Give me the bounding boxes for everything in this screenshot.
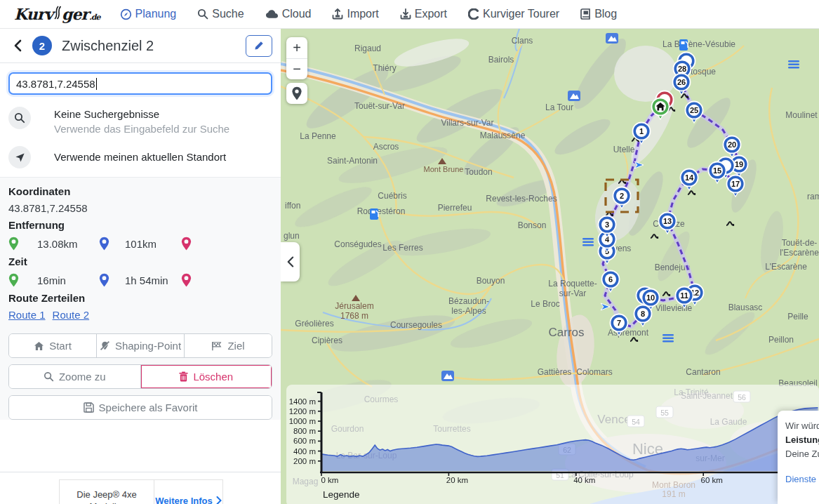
logo-text: Kurv	[14, 5, 53, 23]
waypoint-type-group: Start Shaping-Point Ziel	[8, 333, 272, 358]
location-arrow-icon-wrap	[8, 146, 31, 168]
nav-item-import[interactable]: Import	[332, 8, 378, 20]
chart-legend-label[interactable]: Legende	[323, 489, 360, 500]
logo-text2: ger	[62, 5, 88, 23]
map-label: Ascros	[373, 142, 399, 152]
map-label: Bairols	[488, 55, 514, 65]
set-shaping-point-button[interactable]: Shaping-Point	[97, 334, 185, 357]
svg-text:2: 2	[620, 192, 624, 200]
map-label: sur-Var	[559, 289, 586, 298]
trash-icon	[179, 371, 188, 382]
waypoint-action-group: Zoome zu Löschen	[8, 364, 272, 389]
add-waypoint-control[interactable]	[286, 83, 307, 104]
map-label: La Tour	[545, 102, 573, 112]
use-current-location[interactable]: Verwende meinen aktuellen Standort	[0, 141, 281, 177]
map-label: Jérusalem	[335, 301, 373, 311]
map-label: Coursegoules	[390, 320, 442, 330]
svg-text:13: 13	[663, 217, 672, 225]
waypoint-sidebar: 2 Zwischenziel 2 43.8781,7.24558 Keine S…	[0, 29, 281, 504]
map-label: La Bollène-Vésubie	[662, 39, 735, 49]
svg-text:28: 28	[678, 65, 686, 73]
ad-cta-link[interactable]: Weitere Infos	[154, 480, 222, 504]
pencil-icon	[254, 41, 264, 51]
svg-text:7: 7	[617, 319, 621, 327]
ad-divider	[0, 472, 281, 472]
zoom-in-button[interactable]: +	[286, 37, 307, 58]
map-label: Blausasc	[728, 303, 763, 312]
route-1-link[interactable]: Route 1	[8, 307, 46, 324]
distance-before-value: 13.08km	[37, 238, 99, 250]
distance-row: 13.08km 101km	[8, 234, 272, 253]
split-route-links: Route 1 Route 2	[8, 307, 272, 324]
nav-item-suche[interactable]: Suche	[197, 8, 244, 20]
map-label: Cantaron	[686, 367, 720, 377]
waypoint-search-input[interactable]: 43.8781,7.24558	[8, 72, 272, 95]
svg-text:15: 15	[713, 166, 721, 175]
map-label: Peille	[787, 312, 808, 321]
ad-banner[interactable]: Die Jeep® 4xe Modelle. Weitere Infos	[59, 479, 223, 504]
waypoint-number-badge: 2	[32, 36, 52, 55]
chart-y-tick-label: 1200 m	[289, 407, 316, 416]
svg-text:14: 14	[685, 173, 694, 182]
map-label: Conségudes	[334, 239, 381, 249]
map-label: Le Broc	[531, 299, 559, 309]
map-label: Clans	[512, 36, 533, 46]
map-label: Peillon	[768, 335, 794, 345]
pink-pin-icon	[181, 273, 192, 287]
map-label: Gréolières	[295, 319, 333, 329]
use-location-label: Verwende meinen aktuellen Standort	[54, 146, 226, 168]
cookie-services-link[interactable]: Dienste a	[785, 474, 819, 484]
map-zoom-control: + −	[286, 37, 307, 79]
nav-item-label: Kurviger Tourer	[483, 8, 559, 20]
edit-waypoint-button[interactable]	[246, 35, 272, 57]
route-2-link[interactable]: Route 2	[53, 307, 90, 324]
set-start-button[interactable]: Start	[9, 334, 97, 357]
search-input-value: 43.8781,7.24558	[16, 78, 95, 90]
set-ziel-button[interactable]: Ziel	[185, 334, 272, 357]
nav-item-blog[interactable]: Blog	[580, 8, 617, 20]
svg-text:19: 19	[735, 160, 743, 168]
chart-y-tick-label: 1400 m	[289, 397, 316, 406]
waypoint-buttons: Start Shaping-Point Ziel Zoome zu	[0, 331, 281, 420]
map-label: Moulinet	[785, 110, 818, 120]
kurviger-logo[interactable]: Kurvger.de	[14, 5, 100, 23]
nav-item-export[interactable]: Export	[400, 8, 447, 20]
green-pin-icon	[8, 237, 19, 251]
svg-text:25: 25	[690, 106, 698, 114]
nav-item-kurviger-tourer[interactable]: Kurviger Tourer	[468, 8, 559, 20]
nav-item-label: Export	[415, 8, 447, 20]
zoom-to-button[interactable]: Zoome zu	[9, 365, 141, 388]
chevron-left-icon	[286, 256, 294, 268]
map-label: l'Escarène	[780, 248, 819, 258]
blog-icon	[580, 8, 591, 20]
waypoint-info-section: Koordinaten 43.8781,7.24558 Entfernung 1…	[0, 177, 281, 331]
nav-item-cloud[interactable]: Cloud	[265, 8, 312, 20]
svg-text:3: 3	[605, 220, 609, 229]
zoom-out-button[interactable]: −	[286, 58, 307, 79]
map-label: Pierrefeu	[438, 203, 472, 213]
map-label: Mont Brune	[424, 165, 464, 173]
back-button[interactable]	[8, 37, 27, 55]
time-total-value: 1h 54min	[125, 274, 181, 286]
map-canvas[interactable]: La TrinitéBeausoleilSaint-JeannetVenceLa…	[281, 29, 819, 504]
map-label: Les Ferres	[382, 243, 422, 253]
nav-item-label: Suche	[212, 8, 244, 20]
search-results-row: Keine Suchergebnisse Verwende das Eingab…	[0, 102, 281, 141]
cloud-icon	[265, 9, 279, 19]
chart-y-tick-label: 200 m	[293, 457, 316, 465]
chart-y-tick-label: 800 m	[293, 427, 316, 435]
compass-icon	[120, 8, 132, 20]
svg-text:26: 26	[677, 78, 686, 86]
top-nav-items: PlanungSucheCloudImportExportKurviger To…	[120, 8, 618, 20]
collapse-sidebar-tab[interactable]	[281, 242, 300, 281]
map-label: Cipières	[312, 336, 342, 345]
cookie-text-line: Wir würd	[785, 419, 819, 433]
import-icon	[332, 8, 343, 20]
delete-waypoint-button[interactable]: Löschen	[141, 365, 272, 388]
map-label: Touët-sur-Var	[354, 101, 405, 111]
blue-pin-icon	[99, 273, 109, 287]
kurviger-logo-icon	[468, 8, 479, 20]
mountain-icon	[568, 91, 580, 101]
save-favorite-button[interactable]: Speichere als Favorit	[9, 396, 272, 419]
nav-item-planung[interactable]: Planung	[120, 8, 177, 20]
